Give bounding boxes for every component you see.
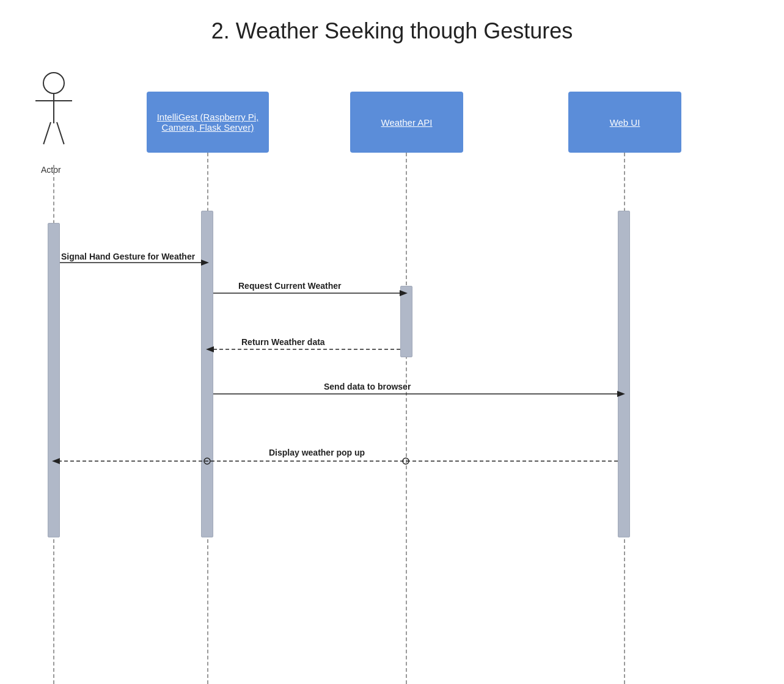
activation-webui — [618, 211, 630, 537]
stick-head — [43, 72, 65, 94]
activation-weather — [400, 286, 412, 357]
intelligest-label: IntelliGest (Raspberry Pi, Camera, Flask… — [147, 112, 269, 133]
diagram-title: 2. Weather Seeking though Gestures — [0, 0, 784, 44]
actor-label: Actor — [41, 165, 61, 175]
web-ui-box: Web UI — [568, 92, 681, 153]
diagram-container: 2. Weather Seeking though Gestures Actor… — [0, 0, 784, 684]
web-ui-label: Web UI — [610, 117, 640, 128]
stick-body — [53, 94, 54, 123]
weather-api-label: Weather API — [381, 117, 433, 128]
activation-actor — [48, 223, 60, 537]
msg3-label: Return Weather data — [241, 337, 325, 347]
msg1-label: Signal Hand Gesture for Weather — [61, 252, 195, 261]
weather-api-lifeline — [406, 153, 407, 684]
activation-intelligest — [201, 211, 213, 537]
msg5-label: Display weather pop up — [269, 448, 365, 457]
stick-leg-right — [56, 122, 65, 145]
actor-figure — [35, 72, 72, 123]
intelligest-box: IntelliGest (Raspberry Pi, Camera, Flask… — [147, 92, 269, 153]
stick-arms — [35, 100, 72, 101]
weather-api-box: Weather API — [350, 92, 463, 153]
msg4-label: Send data to browser — [324, 382, 411, 391]
msg2-label: Request Current Weather — [238, 281, 342, 291]
stick-leg-left — [43, 122, 51, 145]
